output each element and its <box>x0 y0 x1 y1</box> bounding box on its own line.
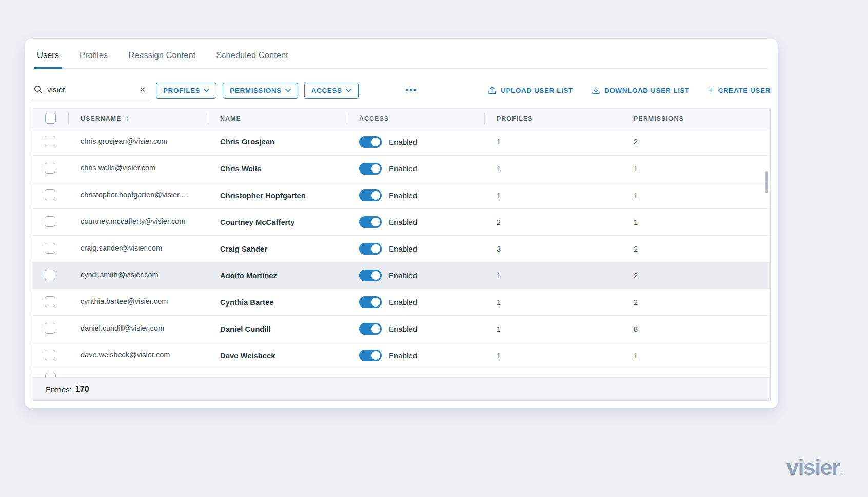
row-name: Craig Sander <box>220 245 267 253</box>
row-checkbox[interactable] <box>45 350 55 360</box>
search-input[interactable] <box>47 85 132 94</box>
row-checkbox[interactable] <box>45 270 55 280</box>
permissions-filter-label: PERMISSIONS <box>230 87 281 94</box>
access-toggle[interactable] <box>359 243 382 255</box>
upload-user-list-button[interactable]: UPLOAD USER LIST <box>488 86 573 95</box>
toggle-knob <box>371 138 380 146</box>
table-row[interactable]: craig.sander@visier.com Craig Sander Ena… <box>32 235 770 262</box>
access-status-label: Enabled <box>389 351 417 360</box>
access-status-label: Enabled <box>389 138 417 146</box>
row-profiles-count: 1 <box>484 138 621 146</box>
tab-profiles[interactable]: Profiles <box>76 50 111 69</box>
row-profiles-count: 1 <box>484 325 621 333</box>
tab-scheduled-content[interactable]: Scheduled Content <box>213 50 291 69</box>
access-toggle[interactable] <box>359 296 382 308</box>
row-checkbox[interactable] <box>45 163 55 174</box>
column-header-name[interactable]: NAME <box>208 109 347 128</box>
row-profiles-count: 3 <box>484 245 621 253</box>
toggle-knob <box>371 164 380 173</box>
access-toggle[interactable] <box>359 270 382 281</box>
profiles-column-label: PROFILES <box>497 115 533 122</box>
row-checkbox[interactable] <box>45 136 55 146</box>
column-header-username[interactable]: USERNAME ↑ <box>68 109 208 128</box>
chevron-down-icon <box>285 89 291 92</box>
access-toggle[interactable] <box>359 163 382 175</box>
row-username: cynthia.bartee@visier.com <box>81 297 168 305</box>
upload-icon <box>488 86 497 95</box>
access-toggle[interactable] <box>359 189 382 201</box>
access-column-label: ACCESS <box>359 115 389 122</box>
access-status-label: Enabled <box>389 218 417 226</box>
users-table: USERNAME ↑ NAME ACCESS PROFILES PERMISSI… <box>32 108 771 401</box>
row-checkbox[interactable] <box>45 373 56 377</box>
table-row[interactable]: dave.weisbeck@visier.com Dave Weisbeck E… <box>32 342 770 369</box>
table-row[interactable]: courtney.mccafferty@visier.com Courtney … <box>32 208 770 235</box>
row-username: chris.wells@visier.com <box>81 164 155 172</box>
row-name: Christopher Hopfgarten <box>220 192 306 200</box>
download-user-list-button[interactable]: DOWNLOAD USER LIST <box>591 86 689 95</box>
table-row[interactable]: chris.grosjean@visier.com Chris Grosjean… <box>32 128 770 155</box>
table-row[interactable]: chris.wells@visier.com Chris Wells Enabl… <box>32 155 770 182</box>
table-footer: Entries: 170 <box>32 377 770 400</box>
row-username: christopher.hopfgarten@visier.… <box>81 190 189 199</box>
row-checkbox[interactable] <box>45 216 55 227</box>
chevron-down-icon <box>346 89 351 92</box>
partial-row <box>32 369 770 377</box>
access-status-label: Enabled <box>389 271 417 280</box>
registered-trademark-icon: ® <box>840 471 843 476</box>
access-toggle[interactable] <box>359 323 382 335</box>
profiles-filter-label: PROFILES <box>163 87 200 94</box>
row-username: courtney.mccafferty@visier.com <box>81 217 185 225</box>
row-profiles-count: 1 <box>484 165 621 173</box>
row-checkbox[interactable] <box>45 189 55 200</box>
row-profiles-count: 2 <box>484 218 621 226</box>
toggle-knob <box>371 244 380 253</box>
access-status-label: Enabled <box>389 164 417 173</box>
permissions-filter-button[interactable]: PERMISSIONS <box>223 83 298 99</box>
table-row[interactable]: christopher.hopfgarten@visier.… Christop… <box>32 182 770 208</box>
column-header-access[interactable]: ACCESS <box>347 109 484 128</box>
access-status-label: Enabled <box>389 324 417 333</box>
table-row[interactable]: cynthia.bartee@visier.com Cynthia Bartee… <box>32 289 770 315</box>
access-toggle[interactable] <box>359 136 382 148</box>
plus-icon: + <box>708 85 714 95</box>
row-name: Adolfo Martinez <box>220 272 277 280</box>
column-header-profiles[interactable]: PROFILES <box>484 109 621 128</box>
access-filter-button[interactable]: ACCESS <box>304 83 359 99</box>
row-profiles-count: 1 <box>484 298 621 307</box>
table-row[interactable]: cyndi.smith@visier.com Adolfo Martinez E… <box>32 262 770 289</box>
row-checkbox[interactable] <box>45 243 55 254</box>
row-name: Cynthia Bartee <box>220 298 273 307</box>
row-permissions-count: 1 <box>621 165 770 173</box>
create-user-button[interactable]: + CREATE USER <box>708 86 771 95</box>
row-username: craig.sander@visier.com <box>81 244 162 252</box>
toggle-knob <box>371 324 380 333</box>
row-username: cyndi.smith@visier.com <box>81 271 159 279</box>
row-permissions-count: 1 <box>621 192 770 200</box>
row-permissions-count: 8 <box>621 325 770 333</box>
access-toggle[interactable] <box>359 216 382 228</box>
download-icon <box>591 86 600 95</box>
table-row[interactable]: daniel.cundill@visier.com Daniel Cundill… <box>32 315 770 342</box>
table-header: USERNAME ↑ NAME ACCESS PROFILES PERMISSI… <box>32 109 770 128</box>
toolbar: ✕ PROFILES PERMISSIONS ACCESS ••• <box>32 81 771 100</box>
tab-reassign-content[interactable]: Reassign Content <box>125 50 199 69</box>
clear-search-icon[interactable]: ✕ <box>137 85 148 94</box>
more-actions-icon[interactable]: ••• <box>406 86 418 95</box>
download-user-list-label: DOWNLOAD USER LIST <box>604 87 689 94</box>
sort-ascending-icon: ↑ <box>126 114 130 123</box>
admin-panel: Users Profiles Reassign Content Schedule… <box>25 39 778 408</box>
toggle-knob <box>371 218 380 226</box>
row-name: Chris Grosjean <box>220 138 274 146</box>
tab-users[interactable]: Users <box>34 50 62 69</box>
column-header-permissions[interactable]: PERMISSIONS <box>621 109 770 128</box>
access-status-label: Enabled <box>389 244 417 253</box>
row-checkbox[interactable] <box>45 296 55 307</box>
row-checkbox[interactable] <box>45 323 55 334</box>
table-scrollbar-thumb[interactable] <box>765 171 768 193</box>
select-all-checkbox[interactable] <box>45 113 56 124</box>
access-toggle[interactable] <box>359 350 382 361</box>
toggle-knob <box>371 191 380 200</box>
profiles-filter-button[interactable]: PROFILES <box>156 83 216 99</box>
create-user-label: CREATE USER <box>718 87 771 94</box>
